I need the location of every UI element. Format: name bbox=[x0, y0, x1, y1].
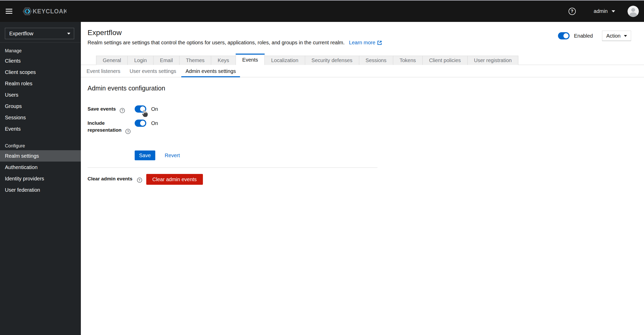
clear-admin-events-label: Clear admin events bbox=[88, 176, 132, 181]
save-events-help-icon[interactable]: ? bbox=[120, 108, 125, 113]
sidebar-item-identity-providers[interactable]: Identity providers bbox=[0, 173, 81, 184]
subtab-admin-events-settings[interactable]: Admin events settings bbox=[181, 65, 240, 77]
keycloak-logo-icon: KEYCLOAK bbox=[21, 7, 66, 16]
tab-login[interactable]: Login bbox=[127, 56, 153, 65]
tab-email[interactable]: Email bbox=[153, 56, 179, 65]
page-header-left: Expertflow Realm settings are settings t… bbox=[88, 29, 382, 46]
tab-keys[interactable]: Keys bbox=[211, 56, 235, 65]
user-menu[interactable]: admin bbox=[594, 8, 615, 14]
keycloak-logo-text: KEYCLOAK bbox=[33, 8, 66, 15]
include-representation-row: Include representation ? On bbox=[88, 120, 644, 134]
save-events-label-group: Save events ? bbox=[88, 105, 135, 113]
save-events-row: Save events ? On bbox=[88, 105, 644, 113]
tab-sessions[interactable]: Sessions bbox=[359, 56, 393, 65]
realm-settings-tabs: General Login Email Themes Keys Events L… bbox=[81, 54, 644, 65]
sidebar-section-title: Manage bbox=[0, 48, 81, 54]
masthead-right: ? admin bbox=[569, 6, 639, 17]
main-content: Expertflow Realm settings are settings t… bbox=[81, 22, 644, 335]
realm-enabled-toggle[interactable] bbox=[558, 32, 570, 39]
sidebar-item-sessions[interactable]: Sessions bbox=[0, 112, 81, 123]
realm-selector-value: Expertflow bbox=[9, 31, 33, 37]
sidebar-section-title: Configure bbox=[0, 143, 81, 149]
sidebar: Expertflow Manage Clients Client scopes … bbox=[0, 22, 81, 335]
tab-themes[interactable]: Themes bbox=[179, 56, 211, 65]
subtab-user-events-settings[interactable]: User events settings bbox=[125, 65, 180, 77]
save-events-control: On bbox=[135, 105, 158, 113]
sidebar-section-manage: Manage Clients Client scopes Realm roles… bbox=[0, 43, 81, 135]
tab-events[interactable]: Events bbox=[236, 54, 265, 65]
page-title: Expertflow bbox=[88, 29, 382, 37]
chevron-down-icon bbox=[624, 35, 627, 37]
sidebar-item-client-scopes[interactable]: Client scopes bbox=[0, 66, 81, 78]
section-divider bbox=[88, 167, 377, 168]
revert-button[interactable]: Revert bbox=[165, 153, 180, 158]
include-representation-control: On bbox=[135, 120, 158, 134]
learn-more-label: Learn more bbox=[349, 40, 375, 46]
tab-user-registration[interactable]: User registration bbox=[467, 56, 519, 65]
user-menu-label: admin bbox=[594, 8, 608, 14]
clear-admin-events-label-group: Clear admin events ? bbox=[88, 176, 146, 183]
sidebar-section-configure: Configure Realm settings Authentication … bbox=[0, 135, 81, 196]
section-heading: Admin events configuration bbox=[88, 85, 644, 92]
realm-enabled-label: Enabled bbox=[574, 33, 593, 39]
admin-events-form: Save events ? On Include representation … bbox=[88, 105, 644, 160]
sidebar-item-groups[interactable]: Groups bbox=[0, 100, 81, 112]
hamburger-menu-icon[interactable] bbox=[6, 9, 12, 14]
clear-admin-events-button[interactable]: Clear admin events bbox=[146, 174, 203, 185]
realm-selector[interactable]: Expertflow bbox=[5, 28, 74, 39]
page-header-controls: Enabled Action bbox=[558, 31, 631, 41]
avatar[interactable] bbox=[628, 6, 639, 17]
tab-localization[interactable]: Localization bbox=[265, 56, 305, 65]
save-events-label: Save events bbox=[88, 106, 116, 112]
help-icon[interactable]: ? bbox=[569, 8, 576, 15]
tab-security-defenses[interactable]: Security defenses bbox=[305, 56, 359, 65]
sidebar-item-authentication[interactable]: Authentication bbox=[0, 162, 81, 173]
external-link-icon bbox=[377, 40, 382, 45]
events-subtabs: Event listeners User events settings Adm… bbox=[81, 65, 644, 77]
chevron-down-icon bbox=[67, 33, 70, 35]
action-dropdown[interactable]: Action bbox=[602, 31, 631, 41]
sidebar-item-user-federation[interactable]: User federation bbox=[0, 184, 81, 196]
tab-general[interactable]: General bbox=[96, 56, 127, 65]
page-header: Expertflow Realm settings are settings t… bbox=[81, 22, 644, 46]
sidebar-item-users[interactable]: Users bbox=[0, 89, 81, 100]
include-representation-label-group: Include representation ? bbox=[88, 120, 135, 134]
clear-admin-events-row: Clear admin events ? Clear admin events bbox=[88, 174, 644, 185]
chevron-down-icon bbox=[612, 10, 615, 12]
form-actions: Save Revert bbox=[135, 150, 644, 160]
learn-more-link[interactable]: Learn more bbox=[349, 40, 382, 46]
include-representation-help-icon[interactable]: ? bbox=[125, 129, 131, 134]
save-events-state: On bbox=[151, 105, 158, 113]
sidebar-item-realm-settings[interactable]: Realm settings bbox=[0, 150, 81, 162]
include-representation-toggle[interactable] bbox=[135, 120, 146, 127]
sidebar-item-realm-roles[interactable]: Realm roles bbox=[0, 78, 81, 89]
sidebar-item-events[interactable]: Events bbox=[0, 123, 81, 135]
masthead: KEYCLOAK ? admin bbox=[0, 1, 644, 22]
keycloak-logo[interactable]: KEYCLOAK bbox=[21, 7, 66, 16]
save-events-toggle[interactable] bbox=[135, 105, 146, 113]
subtab-event-listeners[interactable]: Event listeners bbox=[82, 65, 124, 77]
avatar-icon bbox=[628, 6, 639, 17]
action-dropdown-label: Action bbox=[606, 33, 621, 39]
sidebar-item-clients[interactable]: Clients bbox=[0, 55, 81, 66]
save-button[interactable]: Save bbox=[135, 150, 155, 160]
tab-tokens[interactable]: Tokens bbox=[393, 56, 422, 65]
clear-admin-events-help-icon[interactable]: ? bbox=[137, 178, 142, 183]
tab-client-policies[interactable]: Client policies bbox=[422, 56, 467, 65]
include-representation-state: On bbox=[151, 120, 158, 127]
admin-events-panel: Admin events configuration Save events ?… bbox=[81, 77, 644, 185]
include-representation-label: Include representation bbox=[88, 120, 122, 133]
page-description: Realm settings are settings that control… bbox=[88, 40, 345, 46]
